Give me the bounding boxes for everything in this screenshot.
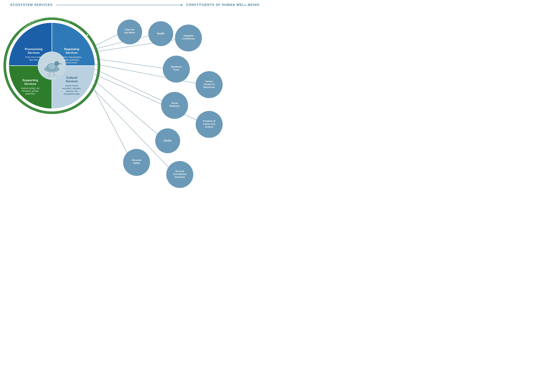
svg-text:Safety: Safety (133, 162, 140, 164)
svg-line-14 (54, 72, 55, 76)
svg-point-7 (38, 51, 66, 80)
svg-text:water purification,: water purification, (63, 59, 80, 61)
svg-line-12 (58, 64, 61, 64)
svg-point-55 (163, 56, 190, 83)
svg-point-11 (54, 61, 59, 66)
svg-text:Security: Security (175, 170, 184, 172)
header-arrow (56, 4, 183, 6)
svg-line-26 (92, 88, 175, 174)
svg-text:Actions: Actions (205, 126, 213, 128)
svg-line-25 (92, 85, 132, 162)
header: ECOSYSTEM SERVICES CONSTITUENTS OF HUMAN… (0, 3, 270, 7)
svg-text:Clean Air: Clean Air (125, 28, 135, 31)
svg-point-9 (47, 63, 57, 71)
svg-text:Carbon sequestration,: Carbon sequestration, (61, 56, 82, 58)
svg-point-1 (6, 20, 98, 111)
svg-point-69 (155, 128, 180, 153)
svg-point-15 (43, 75, 60, 77)
svg-text:Personal: Personal (132, 159, 141, 161)
svg-text:Services: Services (28, 51, 40, 55)
svg-text:spiritual, and: spiritual, and (66, 90, 78, 92)
svg-text:Relations: Relations (170, 105, 180, 107)
svg-text:Food, fresh water,: Food, fresh water, (25, 56, 42, 58)
svg-text:formation, primary: formation, primary (22, 90, 39, 92)
arrow-head-icon (181, 4, 183, 6)
ecosystem-services-label: ECOSYSTEM SERVICES (10, 3, 53, 7)
svg-line-23 (95, 74, 207, 124)
svg-line-18 (93, 35, 154, 49)
svg-point-65 (196, 111, 223, 138)
svg-text:Nutritious: Nutritious (171, 65, 181, 68)
svg-text:production: production (25, 93, 35, 95)
svg-text:Services: Services (66, 80, 78, 83)
svg-text:Supporting: Supporting (22, 79, 38, 82)
svg-line-24 (93, 79, 164, 140)
svg-point-8 (44, 66, 60, 72)
svg-text:Access to: Access to (204, 83, 214, 85)
svg-point-58 (196, 71, 223, 98)
svg-text:Services: Services (24, 82, 36, 85)
svg-text:Resources: Resources (203, 86, 215, 89)
svg-text:Provisioning: Provisioning (25, 48, 43, 51)
svg-text:Livelihoods: Livelihoods (182, 37, 195, 40)
svg-text:Services: Services (66, 51, 78, 55)
svg-text:Supporting services are the fo: Supporting services are the foundation f… (16, 16, 71, 38)
svg-line-13 (49, 72, 50, 76)
svg-text:Social: Social (171, 102, 178, 104)
diagram-svg: Supporting services are the foundation f… (0, 0, 270, 196)
svg-point-52 (175, 25, 202, 51)
svg-text:recreation, aesthetic,: recreation, aesthetic, (62, 87, 81, 90)
arrow-line (56, 5, 181, 5)
svg-text:from Natural: from Natural (173, 173, 186, 175)
svg-line-17 (93, 32, 123, 47)
svg-text:Cultural: Cultural (66, 76, 77, 79)
svg-text:fuel, fiber: fuel, fiber (29, 59, 38, 61)
svg-point-47 (117, 20, 142, 45)
svg-point-10 (48, 64, 55, 69)
main-container: ECOSYSTEM SERVICES CONSTITUENTS OF HUMAN… (0, 0, 270, 196)
svg-point-4 (4, 18, 100, 114)
svg-text:Freedom of: Freedom of (203, 120, 215, 122)
svg-text:educational value: educational value (64, 93, 80, 95)
svg-point-0 (4, 17, 100, 114)
svg-text:Health: Health (157, 32, 165, 35)
svg-line-22 (95, 69, 172, 105)
svg-point-71 (123, 149, 150, 176)
svg-point-50 (148, 21, 173, 46)
svg-text:and Water: and Water (124, 31, 135, 34)
svg-text:Adequate: Adequate (183, 34, 193, 37)
svg-text:Regulating: Regulating (64, 48, 79, 51)
svg-text:Secure: Secure (205, 80, 213, 83)
svg-point-3 (9, 23, 95, 109)
svg-text:Nature-based: Nature-based (65, 84, 78, 87)
wellbeing-label: CONSTITUENTS OF HUMAN WELL-BEING (186, 3, 260, 7)
svg-text:Nutrient cycling, soil: Nutrient cycling, soil (21, 87, 40, 89)
svg-line-21 (95, 64, 203, 85)
svg-line-20 (95, 59, 170, 69)
svg-point-62 (161, 92, 188, 119)
svg-text:flood control: flood control (66, 61, 77, 64)
svg-point-74 (166, 161, 193, 188)
svg-text:Shelter: Shelter (164, 139, 172, 142)
svg-text:Disasters: Disasters (175, 176, 185, 178)
svg-text:Food: Food (174, 68, 179, 71)
svg-point-2 (8, 22, 95, 109)
svg-line-19 (95, 39, 181, 52)
svg-text:Choice and: Choice and (203, 123, 215, 125)
